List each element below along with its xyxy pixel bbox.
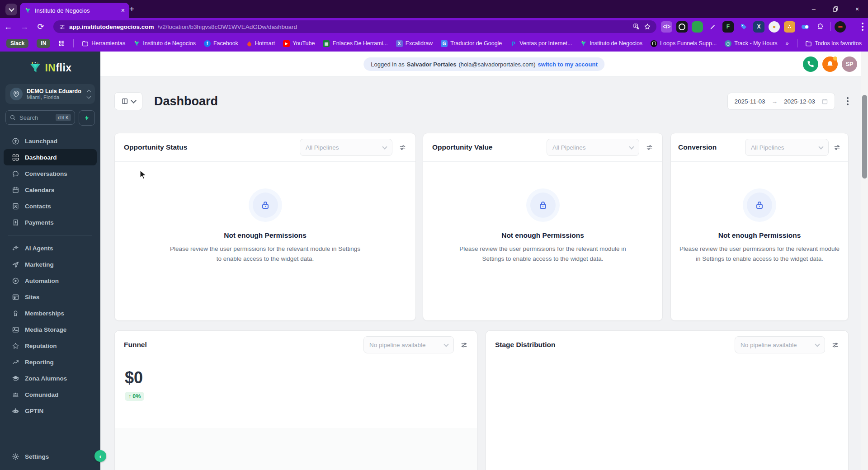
- fireflies-extension-icon[interactable]: F: [722, 21, 734, 33]
- sidebar-item-sites[interactable]: Sites: [4, 289, 97, 305]
- filter-sliders-icon[interactable]: [831, 341, 839, 349]
- sidebar-item-gptin[interactable]: GPTIN: [4, 403, 97, 419]
- sidebar-item-dashboard[interactable]: Dashboard: [4, 149, 97, 165]
- page-scrollbar-thumb[interactable]: [862, 95, 867, 179]
- sidebar-item-zona-alumnos[interactable]: Zona Alumnos: [4, 370, 97, 386]
- page-scrollbar-track[interactable]: [861, 52, 868, 470]
- bookmark-ventas[interactable]: PVentas por Internet...: [510, 40, 572, 47]
- pipeline-select[interactable]: All Pipelines: [547, 139, 639, 156]
- bookmark-enlaces[interactable]: ▦Enlaces De Herrami...: [323, 40, 387, 47]
- bookmark-traductor[interactable]: GTraductor de Google: [441, 40, 502, 47]
- pipeline-select[interactable]: All Pipelines: [300, 139, 392, 156]
- search-input[interactable]: [19, 114, 52, 122]
- toggle-extension-icon[interactable]: [799, 21, 811, 33]
- sidebar-item-calendars[interactable]: Calendars: [4, 182, 97, 198]
- privacy-extension-icon[interactable]: ●: [769, 21, 780, 33]
- hotmart-flame-icon: [246, 40, 252, 47]
- bolt-icon: [84, 115, 90, 121]
- widget-title: Funnel: [124, 341, 147, 349]
- sidebar-item-comunidad[interactable]: Comunidad: [4, 386, 97, 403]
- dashboard-layout-button[interactable]: [114, 92, 142, 110]
- bookmark-instituto-2[interactable]: Instituto de Negocios: [580, 40, 642, 47]
- url-bar[interactable]: app.institutodenegocios.com/v2/location/…: [53, 20, 656, 33]
- sidebar-item-launchpad[interactable]: Launchpad: [4, 133, 97, 149]
- pipeline-select-disabled[interactable]: No pipeline available: [363, 336, 454, 353]
- new-tab-button[interactable]: +: [129, 4, 134, 14]
- sidebar-item-media-storage[interactable]: Media Storage: [4, 321, 97, 338]
- notifications-button[interactable]: [822, 56, 838, 72]
- tags-extension-icon[interactable]: [738, 21, 749, 33]
- sidebar-item-reporting[interactable]: Reporting: [4, 354, 97, 370]
- dashboard-menu-kebab[interactable]: [847, 97, 849, 105]
- bookmark-loops[interactable]: Loops Funnels Supp...: [651, 40, 717, 47]
- filter-sliders-icon[interactable]: [399, 144, 406, 151]
- code-extension-icon[interactable]: </>: [661, 21, 672, 33]
- tab-search-button[interactable]: [5, 4, 17, 15]
- forward-button[interactable]: →: [16, 22, 33, 32]
- sidebar-item-label: AI Agents: [25, 245, 53, 252]
- sidebar-item-ai-agents[interactable]: AI Agents: [4, 240, 97, 256]
- widget-opportunity-status: Opportunity Status All Pipelines Not eno…: [114, 133, 416, 321]
- window-minimize-button[interactable]: –: [803, 0, 825, 18]
- date-range-picker[interactable]: 2025-11-03 → 2025-12-03: [727, 93, 835, 110]
- pipeline-select[interactable]: All Pipelines: [745, 139, 829, 156]
- bookmark-track[interactable]: ◷Track - My Hours: [725, 40, 777, 47]
- notification-dot: [833, 56, 837, 61]
- site-info-icon[interactable]: [59, 24, 66, 30]
- bookmark-star-icon[interactable]: [644, 23, 651, 30]
- x-extension-icon[interactable]: X: [753, 21, 764, 33]
- phone-button[interactable]: [803, 56, 818, 72]
- sidebar-item-conversations[interactable]: Conversations: [4, 165, 97, 182]
- widget-title: Stage Distribution: [495, 341, 555, 349]
- window-close-button[interactable]: ×: [846, 0, 868, 18]
- pen-extension-icon[interactable]: [707, 21, 718, 33]
- filter-sliders-icon[interactable]: [460, 341, 468, 349]
- sidebar-item-memberships[interactable]: Memberships: [4, 305, 97, 321]
- account-location: Miami, Florida: [27, 94, 83, 100]
- bookmark-herramientas[interactable]: Herramientas: [82, 40, 125, 47]
- sidebar-item-settings[interactable]: Settings: [4, 448, 97, 465]
- bookmark-hotmart[interactable]: Hotmart: [246, 40, 275, 47]
- pipeline-select-disabled[interactable]: No pipeline available: [735, 336, 825, 353]
- sidebar-item-automation[interactable]: Automation: [4, 273, 97, 289]
- extensions-puzzle-icon[interactable]: [815, 21, 826, 33]
- page-title: Dashboard: [154, 94, 218, 108]
- dino-extension-icon[interactable]: [692, 21, 703, 33]
- search-shortcut-badge: ctrl K: [56, 114, 71, 121]
- quick-actions-button[interactable]: [79, 110, 95, 126]
- bookmark-excalidraw[interactable]: XExcalidraw: [396, 40, 433, 47]
- back-button[interactable]: ←: [0, 22, 16, 32]
- switch-account-link[interactable]: switch to my account: [538, 61, 598, 68]
- lock-icon: [530, 193, 556, 218]
- translate-icon[interactable]: [633, 23, 640, 30]
- loom-extension-icon[interactable]: [676, 21, 688, 33]
- bookmark-slack[interactable]: Slack: [6, 39, 28, 48]
- bookmark-instituto[interactable]: Instituto de Negocios: [133, 40, 196, 47]
- sidebar-search[interactable]: ctrl K: [5, 110, 75, 125]
- apps-grid-icon[interactable]: [58, 40, 65, 47]
- bookmark-in[interactable]: IN: [37, 39, 50, 48]
- browser-menu-kebab[interactable]: [862, 23, 863, 31]
- filter-sliders-icon[interactable]: [833, 144, 841, 151]
- user-avatar[interactable]: SP: [842, 56, 857, 72]
- date-from: 2025-11-03: [734, 98, 765, 105]
- sidebar-item-marketing[interactable]: Marketing: [4, 256, 97, 273]
- browser-profile-avatar[interactable]: [835, 21, 846, 33]
- sidebar-item-reputation[interactable]: Reputation: [4, 338, 97, 354]
- bookmark-facebook[interactable]: fFacebook: [204, 40, 238, 47]
- window-restore-button[interactable]: [825, 0, 846, 18]
- sidebar-item-contacts[interactable]: Contacts: [4, 198, 97, 214]
- all-bookmarks-folder[interactable]: Todos los favoritos: [805, 40, 862, 47]
- bookmark-youtube[interactable]: ▶YouTube: [283, 40, 315, 47]
- bookmarks-overflow-chevron[interactable]: »: [786, 40, 789, 47]
- inflix-favicon: [580, 40, 587, 47]
- sidebar-item-payments[interactable]: Payments: [4, 214, 97, 230]
- dots-extension-icon[interactable]: ∴: [784, 21, 795, 33]
- tab-close-icon[interactable]: ×: [121, 7, 125, 14]
- browser-tab[interactable]: Instituto de Negocios ×: [20, 3, 129, 18]
- translate-favicon: G: [441, 40, 448, 47]
- reload-button[interactable]: ⟳: [33, 22, 49, 32]
- filter-sliders-icon[interactable]: [646, 144, 653, 151]
- permission-error-title: Not enough Permissions: [224, 231, 307, 240]
- account-switcher[interactable]: DEMO Luis Eduardo ... Miami, Florida: [5, 84, 95, 104]
